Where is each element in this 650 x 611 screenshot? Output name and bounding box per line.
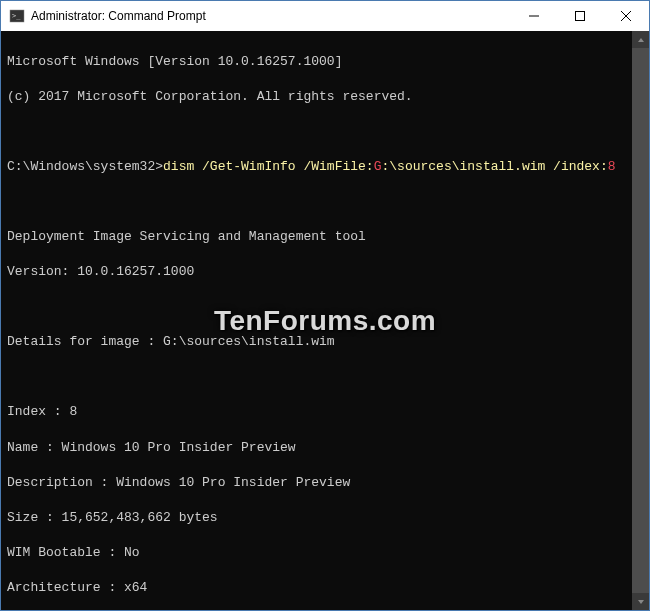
- scroll-track[interactable]: [632, 48, 649, 593]
- os-version-line: Microsoft Windows [Version 10.0.16257.10…: [7, 53, 643, 71]
- window-title: Administrator: Command Prompt: [31, 9, 511, 23]
- close-button[interactable]: [603, 1, 649, 31]
- detail-description: Description : Windows 10 Pro Insider Pre…: [7, 474, 643, 492]
- cmd-index-num: 8: [608, 159, 616, 174]
- blank-line: [7, 123, 643, 141]
- scroll-thumb[interactable]: [632, 48, 649, 593]
- titlebar[interactable]: >_ Administrator: Command Prompt: [1, 1, 649, 31]
- prompt-text: C:\Windows\system32>: [7, 159, 163, 174]
- tool-version: Version: 10.0.16257.1000: [7, 263, 643, 281]
- detail-architecture: Architecture : x64: [7, 579, 643, 597]
- scrollbar[interactable]: [632, 31, 649, 610]
- details-header: Details for image : G:\sources\install.w…: [7, 333, 643, 351]
- svg-rect-3: [576, 12, 585, 21]
- svg-text:>_: >_: [12, 12, 21, 20]
- detail-size: Size : 15,652,483,662 bytes: [7, 509, 643, 527]
- blank-line: [7, 298, 643, 316]
- command-prompt-window: >_ Administrator: Command Prompt Microso…: [0, 0, 650, 611]
- svg-marker-7: [638, 600, 644, 604]
- tool-name: Deployment Image Servicing and Managemen…: [7, 228, 643, 246]
- detail-wimbootable: WIM Bootable : No: [7, 544, 643, 562]
- copyright-line: (c) 2017 Microsoft Corporation. All righ…: [7, 88, 643, 106]
- terminal-area[interactable]: Microsoft Windows [Version 10.0.16257.10…: [1, 31, 649, 610]
- detail-name: Name : Windows 10 Pro Insider Preview: [7, 439, 643, 457]
- svg-marker-6: [638, 38, 644, 42]
- scroll-down-arrow[interactable]: [632, 593, 649, 610]
- app-icon: >_: [9, 8, 25, 24]
- cmd-part-1: dism /Get-WimInfo /WimFile:: [163, 159, 374, 174]
- blank-line: [7, 368, 643, 386]
- cmd-part-2: :\sources\install.wim /index:: [381, 159, 607, 174]
- minimize-button[interactable]: [511, 1, 557, 31]
- command-line-1: C:\Windows\system32>dism /Get-WimInfo /W…: [7, 158, 643, 176]
- maximize-button[interactable]: [557, 1, 603, 31]
- scroll-up-arrow[interactable]: [632, 31, 649, 48]
- blank-line: [7, 193, 643, 211]
- detail-index: Index : 8: [7, 403, 643, 421]
